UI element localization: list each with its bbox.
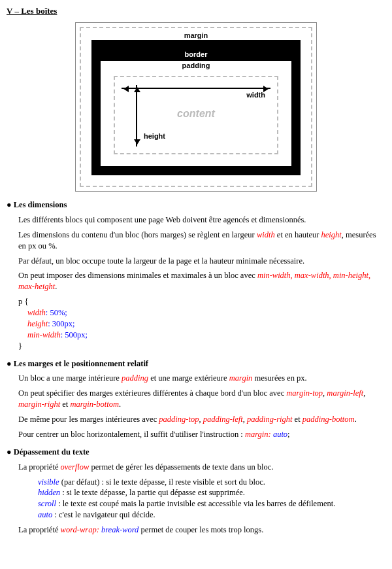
text: permet de couper les mots trop longs. (139, 525, 263, 534)
text: ; (287, 430, 289, 439)
width-arrow (122, 88, 270, 89)
text: : c'est le navigateur qui décide. (52, 510, 155, 519)
border-box: border padding width height content (91, 40, 301, 175)
padding-label: padding (114, 61, 278, 71)
text: Pour centrer un bloc horizontalement, il… (18, 430, 245, 439)
height-arrow (136, 85, 137, 147)
margin-box: margin border padding width height conte… (80, 27, 312, 188)
text: : le texte est coupé mais la partie invi… (56, 499, 335, 508)
keyword: margin-right (18, 400, 60, 409)
text: permet de gérer les dépassements de text… (89, 462, 273, 472)
content-box: width height content (114, 76, 278, 154)
text: La propriété (18, 462, 61, 472)
text: La propriété (18, 525, 61, 534)
keyword: margin-bottom (70, 400, 119, 409)
paragraph: Un bloc a une marge intérieure padding e… (18, 373, 385, 384)
prop: min-width (27, 330, 61, 339)
paragraph: La propriété overflow permet de gérer le… (18, 462, 385, 473)
paragraph: La propriété word-wrap: break-word perme… (18, 525, 385, 536)
keyword: padding-right (247, 415, 292, 424)
list-item: hidden : si le texte dépasse, la partie … (38, 487, 385, 498)
paragraph: Par défaut, un bloc occupe toute la larg… (18, 256, 385, 267)
value-hidden: hidden (38, 488, 60, 497)
code-line: min-width: 500px; (27, 330, 385, 341)
paragraph: Pour centrer un bloc horizontalement, il… (18, 429, 385, 440)
text: et (60, 400, 70, 409)
keyword: padding-top (159, 415, 199, 424)
keyword: padding-bottom (302, 415, 355, 424)
page-title: V – Les boîtes (7, 5, 385, 17)
text: . (355, 415, 357, 424)
code-line: p { (18, 296, 385, 307)
margin-label: margin (91, 31, 301, 41)
paragraph: Les différents blocs qui composent une p… (18, 215, 385, 226)
code-line: } (18, 341, 385, 352)
list-item: scroll : le texte est coupé mais la part… (38, 498, 385, 509)
keyword: margin-left (327, 388, 363, 398)
section-heading-overflow: Dépassement du texte (7, 447, 385, 458)
section-heading-dimensions: Les dimensions (7, 199, 385, 211)
text: On peut spécifier des marges extérieures… (18, 388, 286, 398)
box-model-diagram: margin border padding width height conte… (7, 22, 385, 192)
text: Les dimensions du contenu d'un bloc (hor… (18, 230, 257, 239)
text: Un bloc a une marge intérieure (18, 373, 122, 383)
text: . (119, 400, 121, 409)
keyword-width: width (257, 230, 275, 239)
value-scroll: scroll (38, 499, 56, 508)
text: et une marge extérieure (148, 373, 229, 383)
value-auto: auto (38, 510, 52, 519)
border-label: border (101, 49, 291, 61)
keyword-overflow: overflow (61, 462, 90, 472)
keyword: margin: (245, 430, 273, 439)
text: et en hauteur (275, 230, 321, 239)
text: On peut imposer des dimensions minimales… (18, 271, 257, 280)
keyword: padding-left (203, 415, 243, 424)
text: . (55, 282, 57, 291)
code-line: height: 300px; (27, 319, 385, 330)
section-heading-margins: Les marges et le positionnement relatif (7, 358, 385, 370)
text: (par défaut) : si le texte dépasse, il r… (59, 477, 265, 487)
text: mesurées en px. (252, 373, 306, 383)
keyword-margin: margin (229, 373, 253, 383)
list-item: visible (par défaut) : si le texte dépas… (38, 477, 385, 488)
code-block: p { width: 50%; height: 300px; min-width… (18, 296, 385, 351)
val: : 500px; (61, 330, 88, 339)
prop: height (27, 319, 48, 328)
width-label: width (246, 90, 265, 100)
paragraph: On peut spécifier des marges extérieures… (18, 388, 385, 410)
code-line: width: 50%; (27, 307, 385, 319)
prop: width (27, 308, 46, 317)
value-visible: visible (38, 477, 59, 487)
val: : 300px; (48, 319, 74, 328)
list-item: auto : c'est le navigateur qui décide. (38, 509, 385, 521)
keyword-auto: auto (273, 430, 287, 439)
keyword: margin-top (286, 388, 323, 398)
text: : si le texte dépasse, la partie qui dép… (60, 488, 245, 497)
value-break-word: break-word (101, 525, 139, 534)
keyword-height: height (321, 230, 342, 239)
diagram-frame: margin border padding width height conte… (75, 22, 317, 192)
paragraph: On peut imposer des dimensions minimales… (18, 270, 385, 292)
keyword-padding: padding (122, 373, 148, 383)
val: : 50%; (46, 308, 67, 317)
paragraph: De même pour les marges intérieures avec… (18, 414, 385, 425)
text: , (363, 388, 365, 398)
overflow-values-list: visible (par défaut) : si le texte dépas… (38, 477, 385, 521)
text: De même pour les marges intérieures avec (18, 415, 159, 424)
keyword-wordwrap: word-wrap: (61, 525, 101, 534)
text: et (292, 415, 302, 424)
content-label: content (177, 107, 215, 121)
height-label: height (144, 131, 165, 141)
paragraph: Les dimensions du contenu d'un bloc (hor… (18, 230, 385, 252)
